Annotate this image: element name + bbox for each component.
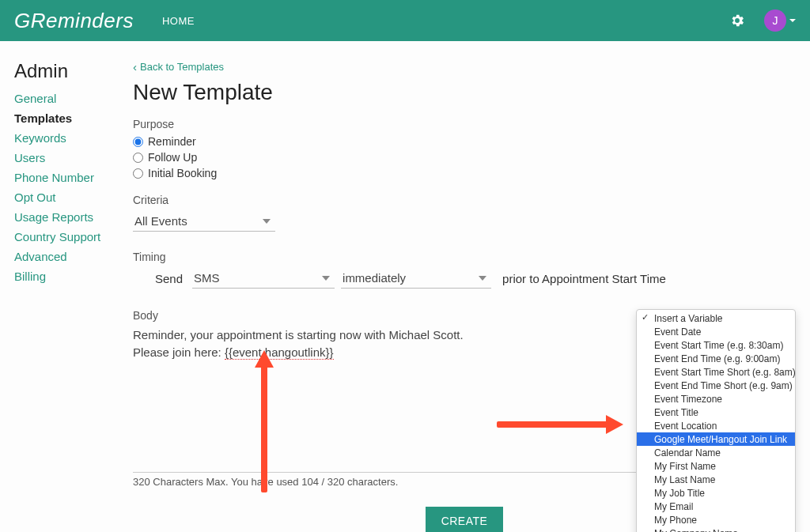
create-button[interactable]: CREATE (426, 507, 504, 533)
sidebar-item-templates[interactable]: Templates (14, 111, 133, 125)
annotation-arrow-up (256, 350, 272, 492)
chevron-down-icon (789, 19, 796, 22)
variable-menu-item[interactable]: Event Location (637, 419, 795, 432)
chevron-left-icon: ‹ (133, 60, 137, 74)
page: Admin GeneralTemplatesKeywordsUsersPhone… (0, 41, 810, 532)
channel-select[interactable]: SMS (192, 268, 335, 289)
back-link-label: Back to Templates (140, 61, 224, 73)
purpose-label: Purpose (133, 118, 796, 130)
page-title: New Template (133, 80, 796, 105)
user-menu-toggle[interactable]: J (764, 9, 796, 32)
variable-menu-item[interactable]: My Last Name (637, 473, 795, 486)
purpose-radio-group: ReminderFollow UpInitial Booking (133, 135, 796, 179)
sidebar-item-country-support[interactable]: Country Support (14, 230, 133, 243)
insert-variable-menu[interactable]: Insert a VariableEvent DateEvent Start T… (636, 309, 796, 532)
body-section: Body Reminder, your appointment is start… (133, 309, 796, 488)
body-line1: Reminder, your appointment is starting n… (133, 328, 464, 341)
variable-menu-item[interactable]: Event Date (637, 325, 795, 338)
purpose-option-label: Reminder (148, 135, 196, 148)
purpose-option-label: Follow Up (148, 151, 197, 164)
variable-menu-item[interactable]: Event Start Time Short (e.g. 8am) (637, 365, 795, 379)
purpose-radio[interactable] (133, 168, 143, 179)
gear-icon[interactable] (729, 13, 745, 28)
criteria-label: Criteria (133, 194, 796, 206)
variable-menu-item[interactable]: Event Timezone (637, 392, 795, 406)
avatar: J (764, 9, 786, 32)
sidebar-item-keywords[interactable]: Keywords (14, 131, 133, 145)
sidebar-item-phone-number[interactable]: Phone Number (14, 171, 133, 184)
annotation-arrow-right (497, 415, 623, 434)
sidebar-item-opt-out[interactable]: Opt Out (14, 191, 133, 204)
purpose-radio[interactable] (133, 153, 143, 163)
send-label: Send (155, 272, 183, 285)
sidebar-item-usage-reports[interactable]: Usage Reports (14, 210, 133, 224)
timing-label: Timing (133, 251, 796, 263)
purpose-option-label: Initial Booking (148, 167, 217, 179)
purpose-radio[interactable] (133, 137, 143, 147)
nav-home-link[interactable]: HOME (162, 15, 195, 27)
body-variable-token: {{event.hangoutlink}} (225, 345, 334, 360)
sidebar: Admin GeneralTemplatesKeywordsUsersPhone… (14, 60, 133, 532)
variable-menu-item[interactable]: Event End Time Short (e.g. 9am) (637, 379, 795, 392)
variable-menu-item[interactable]: My Email (637, 500, 795, 513)
sidebar-item-users[interactable]: Users (14, 151, 133, 164)
variable-menu-item[interactable]: My Phone (637, 513, 795, 526)
sidebar-item-billing[interactable]: Billing (14, 270, 133, 283)
variable-menu-item[interactable]: Event End Time (e.g. 9:00am) (637, 352, 795, 365)
purpose-option-follow-up[interactable]: Follow Up (133, 151, 796, 164)
variable-menu-item[interactable]: My Company Name (637, 526, 795, 532)
navbar: GReminders HOME J (0, 0, 810, 41)
when-select[interactable]: immediately (341, 268, 491, 289)
variable-menu-item[interactable]: My Job Title (637, 486, 795, 500)
variable-menu-item[interactable]: Google Meet/Hangout Join Link (637, 432, 795, 446)
back-to-templates-link[interactable]: ‹ Back to Templates (133, 60, 224, 74)
criteria-select[interactable]: All Events (133, 211, 275, 232)
sidebar-item-general[interactable]: General (14, 92, 133, 105)
purpose-option-reminder[interactable]: Reminder (133, 135, 796, 148)
body-line2-prefix: Please join here: (133, 345, 225, 359)
main-content: ‹ Back to Templates New Template Purpose… (133, 60, 796, 532)
variable-menu-header[interactable]: Insert a Variable (637, 311, 795, 325)
variable-menu-item[interactable]: Event Start Time (e.g. 8:30am) (637, 338, 795, 352)
purpose-option-initial-booking[interactable]: Initial Booking (133, 167, 796, 179)
timing-suffix: prior to Appointment Start Time (502, 272, 666, 285)
brand-logo: GReminders (14, 9, 134, 33)
variable-menu-item[interactable]: My First Name (637, 459, 795, 473)
variable-menu-item[interactable]: Calendar Name (637, 446, 795, 459)
sidebar-heading: Admin (14, 60, 133, 82)
sidebar-item-advanced[interactable]: Advanced (14, 250, 133, 263)
variable-menu-item[interactable]: Event Title (637, 406, 795, 419)
